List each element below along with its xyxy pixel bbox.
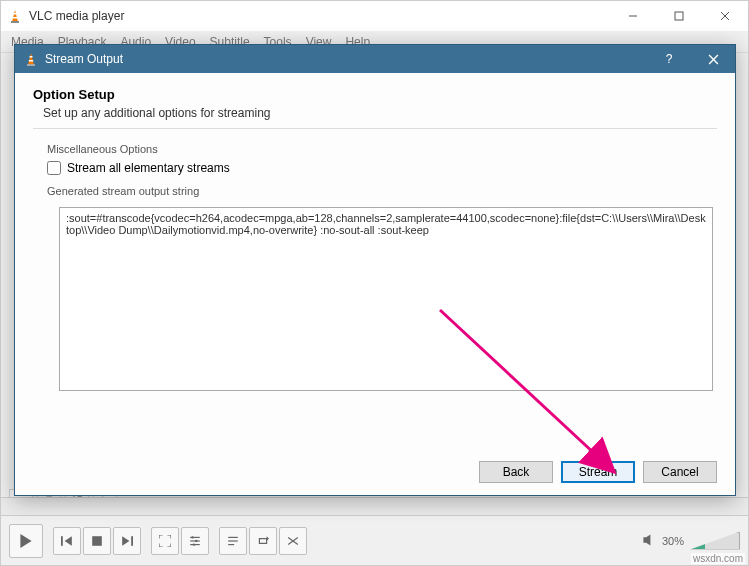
- svg-rect-26: [27, 64, 35, 66]
- dialog-title: Stream Output: [45, 52, 647, 66]
- fullscreen-button[interactable]: [151, 527, 179, 555]
- extended-button[interactable]: [181, 527, 209, 555]
- svg-marker-23: [267, 536, 269, 541]
- speaker-icon[interactable]: [642, 533, 656, 549]
- svg-rect-11: [92, 536, 102, 546]
- close-button[interactable]: [702, 1, 748, 31]
- svg-rect-5: [675, 12, 683, 20]
- svg-rect-2: [14, 13, 17, 15]
- minimize-button[interactable]: [610, 1, 656, 31]
- stream-all-checkbox-row[interactable]: Stream all elementary streams: [47, 161, 717, 175]
- svg-rect-28: [29, 60, 33, 62]
- watermark: wsxdn.com: [691, 553, 745, 564]
- playlist-button[interactable]: [219, 527, 247, 555]
- back-button[interactable]: Back: [479, 461, 553, 483]
- maximize-button[interactable]: [656, 1, 702, 31]
- player-controls: 30%: [1, 515, 748, 565]
- stream-all-label: Stream all elementary streams: [67, 161, 230, 175]
- stream-all-checkbox[interactable]: [47, 161, 61, 175]
- volume-area: 30%: [642, 532, 740, 550]
- divider: [33, 128, 717, 129]
- next-button[interactable]: [113, 527, 141, 555]
- play-button[interactable]: [9, 524, 43, 558]
- svg-marker-8: [20, 534, 31, 548]
- generated-output-wrap: [59, 207, 713, 391]
- window-controls: [610, 1, 748, 31]
- svg-rect-9: [61, 536, 63, 546]
- loop-button[interactable]: [249, 527, 277, 555]
- svg-point-19: [193, 543, 195, 545]
- main-titlebar: VLC media player: [1, 1, 748, 31]
- svg-rect-3: [13, 17, 17, 19]
- dialog-close-button[interactable]: [691, 45, 735, 73]
- misc-options-legend: Miscellaneous Options: [47, 143, 717, 155]
- svg-point-17: [191, 536, 193, 538]
- generated-output-textarea[interactable]: [60, 208, 712, 390]
- generated-output-group: Generated stream output string: [33, 185, 717, 425]
- generated-output-legend: Generated stream output string: [47, 185, 717, 197]
- svg-marker-12: [122, 536, 129, 546]
- svg-rect-1: [11, 21, 19, 23]
- dialog-titlebar: Stream Output ?: [15, 45, 735, 73]
- vlc-icon: [7, 8, 23, 24]
- svg-marker-25: [28, 53, 34, 65]
- shuffle-button[interactable]: [279, 527, 307, 555]
- cancel-button[interactable]: Cancel: [643, 461, 717, 483]
- prev-button[interactable]: [53, 527, 81, 555]
- svg-marker-0: [12, 10, 18, 22]
- stop-button[interactable]: [83, 527, 111, 555]
- volume-percent: 30%: [662, 535, 684, 547]
- dialog-body: Option Setup Set up any additional optio…: [15, 73, 735, 449]
- main-window-title: VLC media player: [29, 9, 610, 23]
- volume-slider[interactable]: [690, 532, 740, 550]
- misc-options-group: Miscellaneous Options Stream all element…: [33, 143, 717, 175]
- svg-rect-27: [30, 56, 33, 58]
- option-setup-description: Set up any additional options for stream…: [33, 106, 717, 120]
- dialog-button-row: Back Stream Cancel: [15, 449, 735, 495]
- option-setup-heading: Option Setup: [33, 87, 717, 102]
- svg-rect-13: [131, 536, 133, 546]
- svg-point-18: [195, 539, 197, 541]
- svg-marker-24: [643, 534, 650, 545]
- vlc-icon: [23, 51, 39, 67]
- stream-button[interactable]: Stream: [561, 461, 635, 483]
- svg-marker-10: [65, 536, 72, 546]
- stream-output-dialog: Stream Output ? Option Setup Set up any …: [14, 44, 736, 496]
- dialog-help-button[interactable]: ?: [647, 45, 691, 73]
- seek-bar[interactable]: [1, 497, 748, 515]
